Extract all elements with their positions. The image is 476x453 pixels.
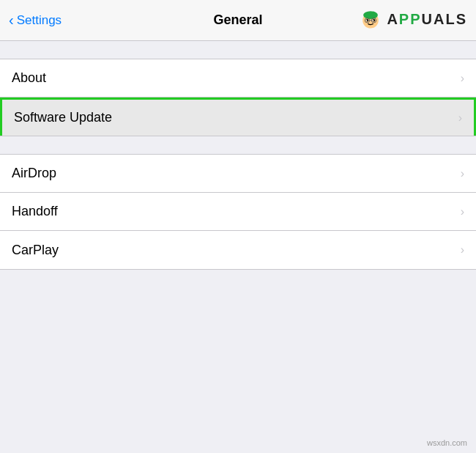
svg-rect-2: [366, 12, 376, 15]
bottom-watermark: wsxdn.com: [427, 438, 467, 447]
airdrop-chevron-icon: ›: [461, 167, 464, 180]
about-label: About: [12, 70, 46, 86]
about-row[interactable]: About ›: [0, 59, 476, 97]
back-button[interactable]: ‹ Settings: [9, 12, 62, 29]
carplay-row[interactable]: CarPlay ›: [0, 231, 476, 269]
software-update-label: Software Update: [14, 110, 112, 125]
back-label: Settings: [17, 13, 62, 28]
carplay-chevron-icon: ›: [461, 243, 464, 257]
section-gap-top: [0, 41, 476, 59]
about-chevron-icon: ›: [461, 72, 464, 85]
handoff-row[interactable]: Handoff ›: [0, 193, 476, 231]
navigation-bar: ‹ Settings General APPUALS: [0, 0, 476, 41]
watermark: APPUALS: [357, 6, 467, 32]
svg-point-6: [373, 20, 374, 21]
software-update-row[interactable]: Software Update ›: [0, 97, 476, 136]
handoff-chevron-icon: ›: [461, 205, 464, 218]
carplay-label: CarPlay: [12, 243, 59, 258]
airdrop-label: AirDrop: [12, 166, 56, 181]
watermark-text: APPUALS: [387, 11, 467, 28]
settings-section-2: AirDrop › Handoff › CarPlay ›: [0, 154, 476, 270]
ios-settings-screen: ‹ Settings General APPUALS: [0, 0, 476, 453]
back-chevron-icon: ‹: [9, 12, 14, 29]
watermark-icon: [357, 6, 384, 32]
software-update-chevron-icon: ›: [458, 111, 462, 125]
svg-point-5: [366, 20, 368, 21]
airdrop-row[interactable]: AirDrop ›: [0, 155, 476, 193]
handoff-label: Handoff: [12, 204, 58, 219]
page-title: General: [213, 12, 262, 28]
settings-section-1: About › Software Update ›: [0, 59, 476, 136]
section-gap-middle: [0, 136, 476, 154]
